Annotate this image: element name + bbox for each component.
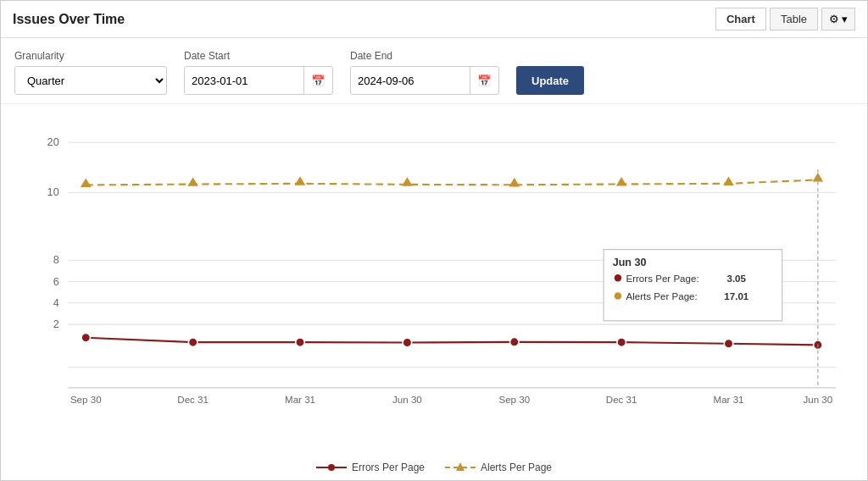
date-start-calendar-button[interactable]: 📅: [303, 67, 332, 94]
update-button[interactable]: Update: [516, 66, 584, 95]
svg-marker-28: [723, 176, 734, 185]
date-start-label: Date Start: [184, 50, 333, 62]
svg-text:2: 2: [53, 318, 59, 330]
svg-marker-26: [509, 178, 520, 187]
svg-text:Jun 30: Jun 30: [392, 395, 422, 405]
svg-text:Dec 31: Dec 31: [177, 395, 209, 405]
svg-marker-22: [81, 178, 92, 187]
page-wrapper: Issues Over Time Chart Table ⚙ ▾ Granula…: [0, 0, 868, 481]
svg-text:Dec 31: Dec 31: [606, 395, 637, 405]
svg-text:Errors Per Page:: Errors Per Page:: [626, 274, 698, 284]
svg-marker-24: [295, 176, 306, 185]
svg-point-32: [296, 338, 305, 347]
svg-point-31: [188, 338, 198, 347]
header-controls: Chart Table ⚙ ▾: [715, 8, 855, 30]
svg-text:Mar 31: Mar 31: [714, 395, 744, 405]
date-start-group: Date Start 📅: [184, 50, 333, 95]
svg-text:8: 8: [53, 254, 59, 266]
svg-marker-27: [616, 177, 627, 186]
calendar-icon: 📅: [311, 75, 326, 87]
date-start-input[interactable]: [185, 69, 303, 92]
legend-errors-label: Errors Per Page: [352, 462, 425, 473]
chart-area: 20 10 8 6 4 2 Sep 30 Dec 31 Mar 31 Jun 3…: [1, 104, 867, 456]
svg-text:20: 20: [47, 136, 59, 148]
gear-dropdown-arrow: ▾: [842, 13, 848, 25]
svg-text:Jun 30: Jun 30: [803, 395, 832, 405]
chart-tab-button[interactable]: Chart: [715, 8, 766, 30]
date-end-input[interactable]: [351, 69, 470, 92]
legend: Errors Per Page Alerts Per Page: [1, 456, 867, 480]
settings-button[interactable]: ⚙ ▾: [821, 8, 855, 30]
legend-alerts-line-icon: [445, 462, 476, 473]
date-end-label: Date End: [350, 50, 499, 62]
svg-text:Mar 31: Mar 31: [285, 395, 315, 405]
granularity-select[interactable]: Quarter Month Week Day: [14, 66, 167, 95]
gear-icon: ⚙: [829, 13, 839, 25]
svg-point-30: [81, 333, 91, 342]
svg-marker-23: [187, 177, 198, 186]
svg-point-41: [615, 274, 621, 281]
date-end-input-wrap: 📅: [350, 66, 499, 95]
svg-point-33: [403, 338, 412, 347]
chart-svg: 20 10 8 6 4 2 Sep 30 Dec 31 Mar 31 Jun 3…: [14, 113, 854, 422]
svg-point-48: [328, 464, 335, 471]
granularity-group: Granularity Quarter Month Week Day: [14, 50, 167, 95]
svg-text:17.01: 17.01: [724, 291, 749, 301]
legend-errors: Errors Per Page: [316, 462, 425, 473]
svg-text:Sep 30: Sep 30: [498, 395, 530, 405]
svg-point-35: [617, 338, 626, 347]
table-tab-button[interactable]: Table: [770, 8, 818, 30]
page-title: Issues Over Time: [13, 12, 125, 27]
svg-text:3.05: 3.05: [726, 274, 746, 284]
calendar-icon-2: 📅: [477, 75, 492, 87]
svg-text:Alerts Per Page:: Alerts Per Page:: [626, 291, 697, 301]
legend-errors-line-icon: [316, 462, 347, 473]
date-start-input-wrap: 📅: [184, 66, 333, 95]
date-end-group: Date End 📅: [350, 50, 499, 95]
legend-alerts-label: Alerts Per Page: [481, 462, 552, 473]
date-end-calendar-button[interactable]: 📅: [470, 67, 498, 94]
svg-text:4: 4: [53, 297, 59, 309]
legend-alerts: Alerts Per Page: [445, 462, 552, 473]
svg-text:Jun 30: Jun 30: [613, 257, 647, 268]
svg-point-44: [615, 292, 621, 299]
svg-point-34: [510, 338, 520, 347]
granularity-label: Granularity: [14, 50, 167, 62]
svg-point-36: [724, 339, 733, 348]
svg-text:6: 6: [53, 276, 59, 288]
svg-text:Sep 30: Sep 30: [70, 395, 102, 405]
svg-text:10: 10: [47, 186, 59, 198]
header: Issues Over Time Chart Table ⚙ ▾: [1, 1, 867, 38]
svg-marker-25: [402, 177, 413, 186]
controls-bar: Granularity Quarter Month Week Day Date …: [1, 38, 867, 104]
